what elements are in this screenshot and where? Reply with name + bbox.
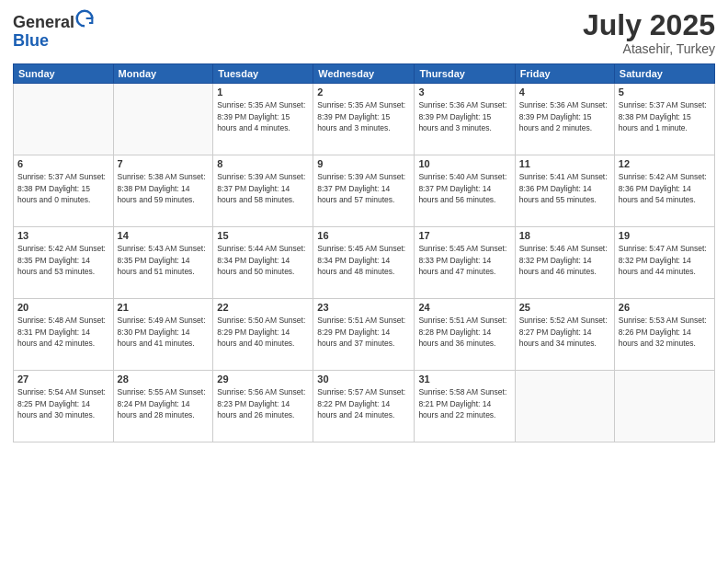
cell-w0-d4: 3Sunrise: 5:36 AM Sunset: 8:39 PM Daylig… — [415, 84, 515, 155]
logo: General Blue — [13, 9, 95, 51]
day-info: Sunrise: 5:37 AM Sunset: 8:38 PM Dayligh… — [619, 99, 711, 133]
cell-w2-d4: 17Sunrise: 5:45 AM Sunset: 8:33 PM Dayli… — [415, 227, 515, 299]
day-number: 12 — [619, 158, 711, 169]
day-number: 18 — [519, 230, 610, 241]
header-monday: Monday — [113, 64, 213, 84]
day-number: 31 — [418, 373, 510, 385]
cell-w1-d2: 8Sunrise: 5:39 AM Sunset: 8:37 PM Daylig… — [213, 155, 313, 227]
week-row-3: 13Sunrise: 5:42 AM Sunset: 8:35 PM Dayli… — [14, 227, 715, 299]
logo-blue: Blue — [13, 31, 49, 50]
header-wednesday: Wednesday — [313, 64, 415, 84]
day-number: 16 — [317, 230, 410, 241]
header-tuesday: Tuesday — [213, 64, 313, 84]
day-info: Sunrise: 5:35 AM Sunset: 8:39 PM Dayligh… — [317, 99, 410, 133]
cell-w4-d3: 30Sunrise: 5:57 AM Sunset: 8:22 PM Dayli… — [313, 371, 415, 442]
day-number: 25 — [519, 302, 610, 313]
day-info: Sunrise: 5:55 AM Sunset: 8:24 PM Dayligh… — [118, 386, 210, 420]
day-info: Sunrise: 5:36 AM Sunset: 8:39 PM Dayligh… — [418, 99, 510, 133]
day-number: 7 — [118, 158, 210, 169]
day-info: Sunrise: 5:40 AM Sunset: 8:37 PM Dayligh… — [418, 171, 510, 205]
location: Atasehir, Turkey — [583, 41, 715, 56]
day-info: Sunrise: 5:51 AM Sunset: 8:28 PM Dayligh… — [418, 315, 510, 349]
day-number: 15 — [217, 230, 309, 241]
day-info: Sunrise: 5:51 AM Sunset: 8:29 PM Dayligh… — [317, 315, 410, 349]
day-number: 6 — [17, 158, 109, 169]
cell-w2-d2: 15Sunrise: 5:44 AM Sunset: 8:34 PM Dayli… — [213, 227, 313, 299]
day-number: 2 — [317, 86, 410, 98]
month-title: July 2025 — [583, 9, 715, 41]
cell-w0-d0 — [14, 84, 114, 155]
cell-w4-d2: 29Sunrise: 5:56 AM Sunset: 8:23 PM Dayli… — [213, 371, 313, 442]
day-number: 22 — [217, 302, 309, 313]
day-info: Sunrise: 5:56 AM Sunset: 8:23 PM Dayligh… — [217, 386, 309, 420]
title-block: July 2025 Atasehir, Turkey — [583, 9, 715, 56]
cell-w0-d6: 5Sunrise: 5:37 AM Sunset: 8:38 PM Daylig… — [614, 84, 714, 155]
day-number: 3 — [418, 86, 510, 98]
header-thursday: Thursday — [415, 64, 515, 84]
day-info: Sunrise: 5:47 AM Sunset: 8:32 PM Dayligh… — [619, 243, 711, 277]
day-info: Sunrise: 5:48 AM Sunset: 8:31 PM Dayligh… — [17, 315, 109, 349]
day-number: 28 — [118, 373, 210, 385]
day-info: Sunrise: 5:43 AM Sunset: 8:35 PM Dayligh… — [118, 243, 210, 277]
cell-w0-d2: 1Sunrise: 5:35 AM Sunset: 8:39 PM Daylig… — [213, 84, 313, 155]
header-saturday: Saturday — [614, 64, 714, 84]
cell-w0-d5: 4Sunrise: 5:36 AM Sunset: 8:39 PM Daylig… — [515, 84, 614, 155]
day-number: 24 — [418, 302, 510, 313]
header: General Blue July 2025 Ataseh — [13, 9, 715, 56]
cell-w0-d1 — [113, 84, 213, 155]
logo-general: General — [13, 13, 74, 31]
day-number: 27 — [17, 373, 109, 385]
day-info: Sunrise: 5:57 AM Sunset: 8:22 PM Dayligh… — [317, 386, 410, 420]
day-info: Sunrise: 5:53 AM Sunset: 8:26 PM Dayligh… — [619, 315, 711, 349]
day-number: 26 — [619, 302, 711, 313]
day-info: Sunrise: 5:42 AM Sunset: 8:36 PM Dayligh… — [619, 171, 711, 205]
day-number: 21 — [118, 302, 210, 313]
cell-w3-d5: 25Sunrise: 5:52 AM Sunset: 8:27 PM Dayli… — [515, 299, 614, 371]
cell-w3-d3: 23Sunrise: 5:51 AM Sunset: 8:29 PM Dayli… — [313, 299, 415, 371]
cell-w1-d6: 12Sunrise: 5:42 AM Sunset: 8:36 PM Dayli… — [614, 155, 714, 227]
day-info: Sunrise: 5:50 AM Sunset: 8:29 PM Dayligh… — [217, 315, 309, 349]
day-number: 5 — [619, 86, 711, 98]
week-row-5: 27Sunrise: 5:54 AM Sunset: 8:25 PM Dayli… — [14, 371, 715, 442]
cell-w1-d0: 6Sunrise: 5:37 AM Sunset: 8:38 PM Daylig… — [14, 155, 114, 227]
day-info: Sunrise: 5:38 AM Sunset: 8:38 PM Dayligh… — [118, 171, 210, 205]
cell-w2-d5: 18Sunrise: 5:46 AM Sunset: 8:32 PM Dayli… — [515, 227, 614, 299]
day-number: 11 — [519, 158, 610, 169]
cell-w3-d0: 20Sunrise: 5:48 AM Sunset: 8:31 PM Dayli… — [14, 299, 114, 371]
day-number: 17 — [418, 230, 510, 241]
week-row-4: 20Sunrise: 5:48 AM Sunset: 8:31 PM Dayli… — [14, 299, 715, 371]
logo-icon — [75, 9, 94, 28]
week-row-2: 6Sunrise: 5:37 AM Sunset: 8:38 PM Daylig… — [14, 155, 715, 227]
day-info: Sunrise: 5:49 AM Sunset: 8:30 PM Dayligh… — [118, 315, 210, 349]
week-row-1: 1Sunrise: 5:35 AM Sunset: 8:39 PM Daylig… — [14, 84, 715, 155]
day-number: 30 — [317, 373, 410, 385]
day-info: Sunrise: 5:36 AM Sunset: 8:39 PM Dayligh… — [519, 99, 610, 133]
cell-w3-d6: 26Sunrise: 5:53 AM Sunset: 8:26 PM Dayli… — [614, 299, 714, 371]
day-number: 23 — [317, 302, 410, 313]
cell-w1-d5: 11Sunrise: 5:41 AM Sunset: 8:36 PM Dayli… — [515, 155, 614, 227]
day-info: Sunrise: 5:35 AM Sunset: 8:39 PM Dayligh… — [217, 99, 309, 133]
day-info: Sunrise: 5:46 AM Sunset: 8:32 PM Dayligh… — [519, 243, 610, 277]
cell-w2-d0: 13Sunrise: 5:42 AM Sunset: 8:35 PM Dayli… — [14, 227, 114, 299]
day-number: 19 — [619, 230, 711, 241]
cell-w0-d3: 2Sunrise: 5:35 AM Sunset: 8:39 PM Daylig… — [313, 84, 415, 155]
cell-w2-d3: 16Sunrise: 5:45 AM Sunset: 8:34 PM Dayli… — [313, 227, 415, 299]
day-info: Sunrise: 5:39 AM Sunset: 8:37 PM Dayligh… — [217, 171, 309, 205]
cell-w4-d1: 28Sunrise: 5:55 AM Sunset: 8:24 PM Dayli… — [113, 371, 213, 442]
cell-w3-d4: 24Sunrise: 5:51 AM Sunset: 8:28 PM Dayli… — [415, 299, 515, 371]
cell-w4-d6 — [614, 371, 714, 442]
day-number: 9 — [317, 158, 410, 169]
cell-w3-d2: 22Sunrise: 5:50 AM Sunset: 8:29 PM Dayli… — [213, 299, 313, 371]
day-number: 10 — [418, 158, 510, 169]
day-number: 13 — [17, 230, 109, 241]
cell-w4-d0: 27Sunrise: 5:54 AM Sunset: 8:25 PM Dayli… — [14, 371, 114, 442]
day-number: 20 — [17, 302, 109, 313]
day-info: Sunrise: 5:39 AM Sunset: 8:37 PM Dayligh… — [317, 171, 410, 205]
day-info: Sunrise: 5:44 AM Sunset: 8:34 PM Dayligh… — [217, 243, 309, 277]
day-number: 4 — [519, 86, 610, 98]
cell-w4-d4: 31Sunrise: 5:58 AM Sunset: 8:21 PM Dayli… — [415, 371, 515, 442]
cell-w1-d3: 9Sunrise: 5:39 AM Sunset: 8:37 PM Daylig… — [313, 155, 415, 227]
cell-w2-d6: 19Sunrise: 5:47 AM Sunset: 8:32 PM Dayli… — [614, 227, 714, 299]
cell-w3-d1: 21Sunrise: 5:49 AM Sunset: 8:30 PM Dayli… — [113, 299, 213, 371]
day-info: Sunrise: 5:52 AM Sunset: 8:27 PM Dayligh… — [519, 315, 610, 349]
